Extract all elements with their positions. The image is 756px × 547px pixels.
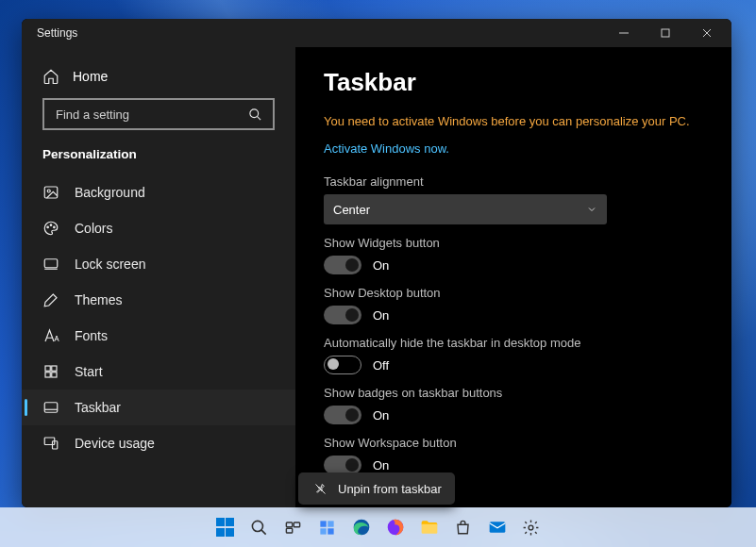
setting-show-badges-on-taskbar-buttons: Show badges on taskbar buttonsOn bbox=[324, 386, 703, 424]
breadcrumb: Personalization bbox=[22, 143, 295, 174]
nav-home[interactable]: Home bbox=[22, 60, 295, 98]
image-icon bbox=[42, 184, 59, 201]
sidebar-item-themes[interactable]: Themes bbox=[22, 282, 295, 318]
minimize-button[interactable] bbox=[603, 19, 645, 47]
sidebar-item-device-usage[interactable]: Device usage bbox=[22, 425, 295, 461]
svg-point-1 bbox=[249, 108, 258, 117]
svg-rect-9 bbox=[52, 366, 57, 371]
window-title: Settings bbox=[37, 26, 603, 40]
toggle-state: On bbox=[373, 458, 389, 472]
toggle-switch[interactable] bbox=[324, 456, 361, 474]
search-input[interactable] bbox=[56, 108, 246, 122]
store-icon[interactable] bbox=[449, 513, 478, 541]
activate-link[interactable]: Activate Windows now. bbox=[324, 141, 449, 156]
toggle-switch[interactable] bbox=[324, 306, 361, 324]
page-title: Taskbar bbox=[324, 68, 703, 97]
device-icon bbox=[42, 435, 59, 452]
setting-label: Show Widgets button bbox=[324, 236, 703, 250]
toggle-state: On bbox=[373, 408, 389, 423]
brush-icon bbox=[42, 291, 59, 308]
svg-rect-18 bbox=[286, 528, 292, 533]
toggle-state: Off bbox=[373, 358, 389, 373]
sidebar-item-label: Taskbar bbox=[75, 400, 121, 415]
widgets-icon[interactable] bbox=[313, 513, 342, 541]
settings-list: Taskbar alignmentCenterShow Widgets butt… bbox=[324, 174, 703, 474]
taskbar bbox=[0, 507, 756, 547]
toggle-switch[interactable] bbox=[324, 356, 361, 374]
search-icon bbox=[246, 106, 263, 123]
svg-rect-25 bbox=[421, 524, 437, 534]
toggle-state: On bbox=[373, 258, 389, 273]
taskbar-icon bbox=[42, 399, 59, 416]
activation-warning: You need to activate Windows before you … bbox=[324, 114, 703, 128]
close-button[interactable] bbox=[686, 19, 728, 47]
svg-rect-16 bbox=[286, 522, 292, 526]
setting-show-workspace-button: Show Workspace buttonOn bbox=[324, 436, 703, 474]
svg-rect-12 bbox=[44, 403, 58, 413]
unpin-icon bbox=[311, 480, 328, 497]
setting-label: Automatically hide the taskbar in deskto… bbox=[324, 336, 703, 350]
firefox-icon[interactable] bbox=[381, 513, 410, 541]
svg-rect-17 bbox=[294, 522, 299, 526]
maximize-button[interactable] bbox=[645, 19, 686, 47]
svg-rect-2 bbox=[44, 187, 58, 198]
svg-rect-8 bbox=[45, 366, 50, 371]
svg-rect-19 bbox=[320, 521, 326, 526]
sidebar-item-background[interactable]: Background bbox=[22, 174, 295, 210]
sidebar-item-label: Themes bbox=[75, 292, 123, 307]
settings-icon[interactable] bbox=[517, 513, 546, 541]
setting-label: Show Workspace button bbox=[324, 436, 703, 450]
svg-rect-26 bbox=[489, 522, 505, 533]
svg-rect-11 bbox=[52, 373, 57, 377]
setting-label: Show Desktop button bbox=[324, 286, 703, 300]
svg-rect-0 bbox=[662, 29, 669, 37]
file-explorer-icon[interactable] bbox=[415, 513, 444, 541]
chevron-down-icon bbox=[586, 204, 597, 215]
context-menu-label: Unpin from taskbar bbox=[338, 482, 442, 496]
nav-list: BackgroundColorsLock screenThemesFontsSt… bbox=[22, 174, 295, 507]
sidebar-item-fonts[interactable]: Fonts bbox=[22, 318, 295, 354]
windows-start-icon[interactable] bbox=[211, 513, 240, 541]
svg-point-27 bbox=[529, 525, 533, 530]
sidebar-item-lock-screen[interactable]: Lock screen bbox=[22, 246, 295, 282]
toggle-switch[interactable] bbox=[324, 406, 361, 424]
setting-label: Taskbar alignment bbox=[324, 174, 703, 189]
sidebar: Home Personalization BackgroundColorsLoc… bbox=[22, 47, 295, 507]
mail-icon[interactable] bbox=[483, 513, 512, 541]
edge-icon[interactable] bbox=[347, 513, 376, 541]
fonts-icon bbox=[42, 327, 59, 344]
svg-point-4 bbox=[47, 226, 49, 228]
setting-automatically-hide-the-taskbar-in-desktop-mode: Automatically hide the taskbar in deskto… bbox=[324, 336, 703, 374]
setting-taskbar-alignment: Taskbar alignmentCenter bbox=[324, 174, 703, 224]
context-menu-unpin[interactable]: Unpin from taskbar bbox=[298, 472, 455, 505]
sidebar-item-label: Start bbox=[75, 364, 103, 379]
sidebar-item-label: Device usage bbox=[75, 436, 155, 451]
sidebar-item-colors[interactable]: Colors bbox=[22, 210, 295, 246]
svg-point-15 bbox=[252, 521, 262, 531]
sidebar-item-label: Fonts bbox=[75, 328, 108, 343]
start-icon bbox=[42, 363, 59, 380]
svg-point-5 bbox=[50, 224, 52, 226]
setting-show-widgets-button: Show Widgets buttonOn bbox=[324, 236, 703, 274]
palette-icon bbox=[42, 220, 59, 237]
sidebar-item-label: Background bbox=[75, 185, 145, 200]
sidebar-item-label: Lock screen bbox=[75, 257, 145, 272]
sidebar-item-taskbar[interactable]: Taskbar bbox=[22, 390, 295, 425]
taskbar-alignment-select[interactable]: Center bbox=[324, 194, 607, 224]
main-content: Taskbar You need to activate Windows bef… bbox=[295, 47, 731, 507]
home-icon bbox=[42, 68, 59, 85]
setting-label: Show badges on taskbar buttons bbox=[324, 386, 703, 400]
nav-home-label: Home bbox=[73, 69, 108, 84]
toggle-state: On bbox=[373, 308, 389, 323]
svg-point-3 bbox=[47, 190, 50, 192]
toggle-switch[interactable] bbox=[324, 256, 361, 274]
search-box[interactable] bbox=[42, 98, 275, 130]
svg-point-6 bbox=[54, 226, 56, 228]
svg-rect-21 bbox=[320, 528, 326, 534]
settings-window: Settings Home Personalization Background… bbox=[22, 19, 731, 507]
setting-show-desktop-button: Show Desktop buttonOn bbox=[324, 286, 703, 324]
search-icon[interactable] bbox=[245, 513, 274, 541]
svg-rect-10 bbox=[45, 373, 50, 377]
task-view-icon[interactable] bbox=[279, 513, 308, 541]
sidebar-item-start[interactable]: Start bbox=[22, 354, 295, 390]
